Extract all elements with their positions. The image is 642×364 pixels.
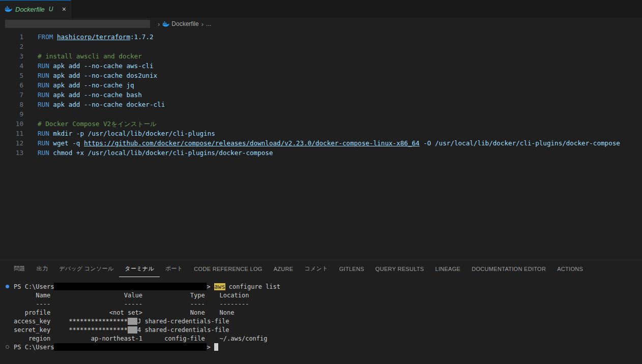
code-line-text: # Docker Compose V2をインストール	[23, 119, 157, 129]
code-line-text: RUN chmod +x /usr/local/lib/docker/cli-p…	[23, 148, 273, 158]
tab-dockerfile[interactable]: Dockerfile U ×	[0, 0, 71, 18]
editor-line[interactable]: 9	[0, 109, 642, 119]
panel-tab[interactable]: コメント	[299, 260, 333, 277]
editor-line[interactable]: 11RUN mkdir -p /usr/local/lib/docker/cli…	[0, 129, 642, 138]
terminal-line[interactable]: profile <not set> None None	[14, 308, 642, 317]
code-token: RUN	[38, 130, 53, 137]
editor-line[interactable]: 5RUN apk add --no-cache dos2unix	[0, 71, 642, 80]
code-line-text: RUN apk add --no-cache docker-cli	[23, 100, 165, 109]
line-number: 13	[0, 148, 23, 158]
panel-tab[interactable]: 問題	[8, 260, 31, 277]
line-number: 11	[0, 129, 23, 138]
terminal-text: PS C:\Users	[14, 344, 54, 351]
panel-tab[interactable]: ACTIONS	[551, 260, 589, 277]
editor-line[interactable]: 7RUN apk add --no-cache bash	[0, 90, 642, 100]
breadcrumb: › Dockerfile › ...	[0, 18, 642, 30]
breadcrumb-file-label: Dockerfile	[171, 20, 198, 27]
panel-tab[interactable]: 出力	[31, 260, 54, 277]
terminal-line[interactable]: access_key ****************J shared-cred…	[14, 317, 642, 325]
code-link[interactable]: hashicorp/terraform	[57, 33, 130, 41]
editor-line[interactable]: 12RUN wget -q https://github.com/docker/…	[0, 138, 642, 148]
code-token: RUN	[38, 72, 53, 79]
terminal-line[interactable]: PS C:\Users> aws configure list	[14, 282, 642, 291]
code-link[interactable]: https://github.com/docker/compose/releas…	[84, 139, 420, 147]
command-executed-indicator-icon	[6, 285, 9, 288]
editor-line[interactable]: 3# install awscli and docker	[0, 51, 642, 61]
line-number: 8	[0, 100, 23, 109]
terminal-text: ---- ----- ---- --------	[14, 300, 249, 308]
code-line-text: RUN wget -q https://github.com/docker/co…	[23, 138, 620, 148]
redacted-key-chars	[128, 318, 137, 325]
find-match-highlight: aws	[214, 283, 225, 290]
editor-line[interactable]: 4RUN apk add --no-cache aws-cli	[0, 61, 642, 71]
docker-whale-icon	[162, 21, 169, 27]
terminal-line[interactable]: secret_key ****************4 shared-cred…	[14, 325, 642, 334]
line-number: 4	[0, 61, 23, 71]
panel-tab-bar: 問題出力デバッグ コンソールターミナルポートCODE REFERENCE LOG…	[0, 260, 642, 277]
redacted-file-path	[5, 20, 150, 28]
code-editor[interactable]: 1FROM hashicorp/terraform:1.7.223# insta…	[0, 30, 642, 260]
terminal-line[interactable]: ---- ----- ---- --------	[14, 299, 642, 308]
terminal[interactable]: PS C:\Users> aws configure list Name Val…	[0, 277, 642, 351]
panel-tab[interactable]: QUERY RESULTS	[370, 260, 430, 277]
terminal-text: region ap-northeast-1 config-file ~/.aws…	[14, 335, 268, 342]
code-token: apk add --no-cache aws-cli	[53, 62, 153, 70]
line-number: 9	[0, 109, 23, 119]
tab-filename: Dockerfile	[15, 6, 45, 13]
editor-line[interactable]: 10# Docker Compose V2をインストール	[0, 119, 642, 129]
panel-tab[interactable]: LINEAGE	[429, 260, 466, 277]
line-number: 1	[0, 32, 23, 42]
editor-line[interactable]: 13RUN chmod +x /usr/local/lib/docker/cli…	[0, 148, 642, 158]
line-number: 2	[0, 42, 23, 51]
code-token: apk add --no-cache docker-cli	[53, 101, 165, 108]
line-number: 7	[0, 90, 23, 100]
code-line-text: RUN apk add --no-cache bash	[23, 90, 142, 100]
code-token: RUN	[38, 139, 53, 147]
terminal-text: configure list	[225, 283, 280, 290]
editor-line[interactable]: 1FROM hashicorp/terraform:1.7.2	[0, 32, 642, 42]
code-token: wget -q	[53, 139, 84, 147]
panel-tab[interactable]: ポート	[160, 260, 188, 277]
code-token: apk add --no-cache jq	[53, 81, 134, 89]
code-token: chmod +x /usr/local/lib/docker/cli-plugi…	[53, 149, 273, 157]
panel-tab[interactable]: デバッグ コンソール	[53, 260, 119, 277]
terminal-line[interactable]: PS C:\Users>	[14, 343, 642, 351]
line-number: 3	[0, 51, 23, 61]
terminal-text: PS C:\Users	[14, 283, 54, 290]
line-number: 10	[0, 119, 23, 129]
terminal-line[interactable]: Name Value Type Location	[14, 291, 642, 299]
editor-line[interactable]: 2	[0, 42, 642, 51]
panel-tab[interactable]: AZURE	[268, 260, 299, 277]
redacted-user-path	[54, 343, 207, 351]
breadcrumb-file[interactable]: Dockerfile	[162, 20, 198, 27]
code-line-text: RUN mkdir -p /usr/local/lib/docker/cli-p…	[23, 129, 215, 138]
code-line-text: RUN apk add --no-cache aws-cli	[23, 61, 153, 71]
code-line-text	[23, 109, 38, 119]
panel-tab[interactable]: CODE REFERENCE LOG	[188, 260, 268, 277]
editor-line[interactable]: 6RUN apk add --no-cache jq	[0, 80, 642, 90]
code-token: :1.7.2	[130, 33, 154, 41]
code-token: RUN	[38, 62, 53, 70]
code-line-text: # install awscli and docker	[23, 51, 142, 61]
code-token: apk add --no-cache bash	[53, 91, 141, 99]
git-status-badge: U	[49, 6, 53, 13]
redacted-user-path	[54, 283, 207, 290]
terminal-text: secret_key ****************	[14, 326, 128, 333]
terminal-text: access_key ****************	[14, 318, 128, 325]
editor-line[interactable]: 8RUN apk add --no-cache docker-cli	[0, 100, 642, 109]
panel-tab[interactable]: GITLENS	[334, 260, 370, 277]
line-number: 6	[0, 80, 23, 90]
terminal-text: J shared-credentials-file	[137, 318, 229, 325]
tab-close-icon[interactable]: ×	[62, 6, 66, 13]
code-token: apk add --no-cache dos2unix	[53, 72, 157, 79]
editor-tab-bar: Dockerfile U ×	[0, 0, 642, 18]
panel-tab[interactable]: ターミナル	[119, 260, 160, 277]
redacted-key-chars	[128, 326, 137, 333]
terminal-text: 4 shared-credentials-file	[137, 326, 229, 333]
terminal-line[interactable]: region ap-northeast-1 config-file ~/.aws…	[14, 334, 642, 343]
breadcrumb-symbol-ellipsis[interactable]: ...	[206, 20, 211, 27]
panel-tab[interactable]: DOCUMENTATION EDITOR	[466, 260, 551, 277]
code-token: FROM	[38, 33, 57, 41]
code-line-text: RUN apk add --no-cache jq	[23, 80, 134, 90]
bottom-panel: 問題出力デバッグ コンソールターミナルポートCODE REFERENCE LOG…	[0, 260, 642, 364]
